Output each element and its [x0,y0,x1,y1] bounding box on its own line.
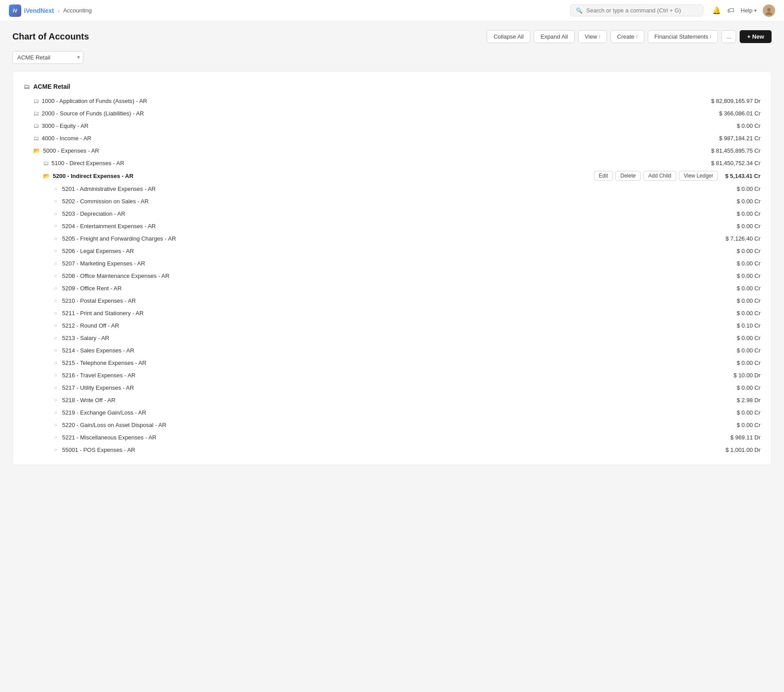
collapse-all-button[interactable]: Collapse All [487,30,530,43]
account-row[interactable]: ○5209 - Office Rent - AR$ 0.00 Cr [24,282,760,294]
account-name: 5221 - Miscellaneous Expenses - AR [62,434,723,441]
leaf-icon: ○ [53,335,59,340]
leaf-icon: ○ [53,211,59,216]
root-row[interactable]: 🗂 ACME Retail [24,80,760,93]
account-row[interactable]: 🗂2000 - Source of Funds (Liabilities) - … [24,107,760,119]
leaf-icon: ○ [53,410,59,415]
account-amount: $ 0.00 Cr [730,186,760,192]
expand-all-button[interactable]: Expand All [534,30,574,43]
account-amount: $ 0.00 Cr [730,123,760,129]
account-row[interactable]: ○5208 - Office Maintenance Expenses - AR… [24,269,760,282]
account-row[interactable]: ○5219 - Exchange Gain/Loss - AR$ 0.00 Cr [24,406,760,419]
account-name: 5215 - Telephone Expenses - AR [62,360,730,366]
account-row[interactable]: ○5204 - Entertainment Expenses - AR$ 0.0… [24,220,760,232]
notification-icon[interactable]: 🔔 [712,6,721,15]
search-input[interactable] [586,7,697,14]
account-row[interactable]: 🗂5100 - Direct Expenses - AR$ 81,450,752… [24,157,760,169]
new-button[interactable]: + New [740,30,772,43]
account-name: 5214 - Sales Expenses - AR [62,347,730,354]
folder-icon: 🗂 [33,98,39,104]
account-row[interactable]: ○5214 - Sales Expenses - AR$ 0.00 Cr [24,344,760,356]
more-button[interactable]: ... [721,30,736,43]
avatar[interactable] [763,4,775,17]
account-row[interactable]: ○5211 - Print and Stationery - AR$ 0.00 … [24,307,760,319]
account-row[interactable]: ○5215 - Telephone Expenses - AR$ 0.00 Cr [24,356,760,369]
account-amount: $ 0.00 Cr [730,273,760,279]
account-amount: $ 2.98 Dr [730,397,760,403]
account-row[interactable]: ○5206 - Legal Expenses - AR$ 0.00 Cr [24,245,760,257]
account-amount: $ 5,143.41 Cr [718,173,760,179]
page-header: Chart of Accounts Collapse All Expand Al… [12,30,772,43]
ctx-add-child-button[interactable]: Add Child [643,171,676,181]
account-row[interactable]: ○5221 - Miscellaneous Expenses - AR$ 969… [24,431,760,443]
help-button[interactable]: Help ▾ [741,7,756,14]
account-row[interactable]: 📂5200 - Indirect Expenses - AREditDelete… [24,169,760,182]
leaf-icon: ○ [53,236,59,241]
account-amount: $ 969.11 Dr [723,434,760,441]
page-title: Chart of Accounts [12,32,89,42]
account-name: 5205 - Freight and Forwarding Charges - … [62,235,718,242]
account-row[interactable]: 🗂3000 - Equity - AR$ 0.00 Cr [24,119,760,132]
account-name: 5209 - Office Rent - AR [62,285,730,292]
leaf-icon: ○ [53,223,59,229]
account-row[interactable]: ○5207 - Marketing Expenses - AR$ 0.00 Cr [24,257,760,269]
bookmark-icon[interactable]: 🏷 [727,7,734,15]
account-name: 2000 - Source of Funds (Liabilities) - A… [42,110,712,117]
search-bar[interactable]: 🔍 [570,4,703,16]
account-amount: $ 0.00 Cr [730,248,760,254]
leaf-icon: ○ [53,397,59,403]
leaf-icon: ○ [53,273,59,278]
account-name: 5216 - Travel Expenses - AR [62,372,726,379]
leaf-icon: ○ [53,285,59,291]
account-amount: $ 0.00 Cr [730,335,760,341]
account-amount: $ 0.00 Cr [730,223,760,229]
leaf-icon: ○ [53,447,59,452]
create-button[interactable]: Create ⁝ [611,30,644,43]
account-amount: $ 0.00 Cr [730,422,760,428]
leaf-icon: ○ [53,261,59,266]
account-amount: $ 0.00 Cr [730,409,760,416]
account-row[interactable]: 📂5000 - Expenses - AR$ 81,455,895.75 Cr [24,144,760,157]
account-row[interactable]: ○5201 - Administrative Expenses - AR$ 0.… [24,182,760,195]
account-row[interactable]: ○5205 - Freight and Forwarding Charges -… [24,232,760,245]
account-row[interactable]: 🗂4000 - Income - AR$ 987,184.21 Cr [24,132,760,144]
ctx-edit-button[interactable]: Edit [594,171,613,181]
account-row[interactable]: ○5220 - Gain/Loss on Asset Disposal - AR… [24,419,760,431]
topnav-actions: 🔔 🏷 Help ▾ [712,4,775,17]
account-name: 5212 - Round Off - AR [62,322,730,329]
account-name: 5207 - Marketing Expenses - AR [62,260,730,267]
account-row[interactable]: ○5218 - Write Off - AR$ 2.98 Dr [24,394,760,406]
account-name: 1000 - Application of Funds (Assets) - A… [42,98,704,104]
account-row[interactable]: ○5210 - Postal Expenses - AR$ 0.00 Cr [24,294,760,307]
leaf-icon: ○ [53,360,59,365]
company-select[interactable]: ACME Retail [12,51,83,64]
account-row[interactable]: ○5213 - Salary - AR$ 0.00 Cr [24,332,760,344]
account-row[interactable]: ○5202 - Commission on Sales - AR$ 0.00 C… [24,195,760,207]
view-button[interactable]: View ⁝ [578,30,607,43]
folder-icon: 🗂 [33,110,39,117]
account-name: 5213 - Salary - AR [62,335,730,341]
ctx-view-ledger-button[interactable]: View Ledger [679,171,718,181]
account-amount: $ 1,001.00 Dr [718,447,760,453]
account-row[interactable]: ○5217 - Utility Expenses - AR$ 0.00 Cr [24,381,760,394]
account-amount: $ 7,126.40 Cr [718,235,760,242]
account-amount: $ 0.00 Cr [730,285,760,292]
account-row[interactable]: 🗂1000 - Application of Funds (Assets) - … [24,95,760,107]
account-row[interactable]: ○5216 - Travel Expenses - AR$ 10.00 Dr [24,369,760,381]
folder-open-icon: 📂 [43,173,50,179]
account-name: 5202 - Commission on Sales - AR [62,198,730,205]
header-actions: Collapse All Expand All View ⁝ Create ⁝ … [487,30,772,43]
svg-point-0 [767,8,771,12]
account-row[interactable]: ○55001 - POS Expenses - AR$ 1,001.00 Dr [24,443,760,456]
root-folder-icon: 🗂 [24,83,30,90]
financial-statements-button[interactable]: Financial Statements ⁝ [648,30,718,43]
app-logo[interactable]: iV iVendNext [9,4,54,17]
account-name: 5200 - Indirect Expenses - AR [53,173,591,179]
folder-open-icon: 📂 [33,147,40,154]
account-name: 55001 - POS Expenses - AR [62,447,718,453]
account-row[interactable]: ○5212 - Round Off - AR$ 0.10 Cr [24,319,760,332]
ctx-delete-button[interactable]: Delete [615,171,641,181]
account-tree: 🗂1000 - Application of Funds (Assets) - … [24,95,760,456]
account-amount: $ 0.00 Cr [730,384,760,391]
account-row[interactable]: ○5203 - Depreciation - AR$ 0.00 Cr [24,207,760,220]
